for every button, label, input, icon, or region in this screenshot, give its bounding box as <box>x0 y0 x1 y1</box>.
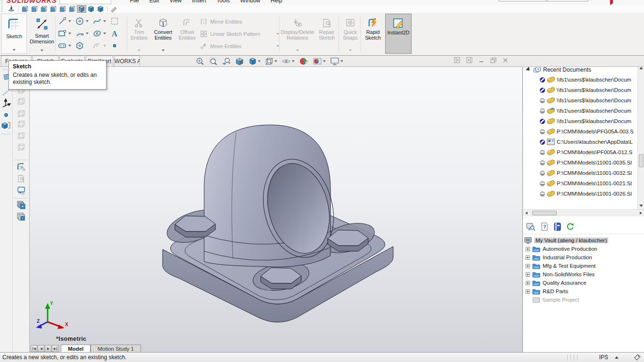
normal-to-icon[interactable] <box>7 5 16 13</box>
scroll-thumb[interactable] <box>639 154 644 167</box>
circle-tool[interactable] <box>74 15 91 27</box>
command-tab[interactable]: SOLIDWORKS Add-Ins <box>114 56 140 66</box>
reference-axis-icon[interactable] <box>2 89 10 96</box>
vault-folder-row[interactable]: Non-SolidWorks Files <box>523 270 644 279</box>
view-right-icon[interactable] <box>49 5 58 13</box>
trim-entities-button[interactable]: Trim Entities <box>128 14 150 54</box>
spline-dropdown-arrow[interactable] <box>103 20 106 22</box>
rapid-sketch-button[interactable]: Rapid Sketch <box>362 14 384 54</box>
fillet-tool[interactable] <box>91 40 109 52</box>
slot-dropdown-arrow[interactable] <box>68 45 71 47</box>
expand-right-pane-icon[interactable] <box>466 57 472 63</box>
tag-icon[interactable] <box>634 354 641 361</box>
menu-item[interactable]: Tools <box>211 0 235 4</box>
reference-point-icon[interactable] <box>3 112 9 118</box>
attach-document-icon[interactable] <box>1 121 11 130</box>
display-preview-icon[interactable] <box>17 186 26 195</box>
file-item[interactable]: P:\CMM\Models\11001-0026.Sl <box>523 189 637 199</box>
vault-folder-row[interactable]: Automotive Production <box>523 245 644 253</box>
circle-dropdown-arrow[interactable] <box>86 20 89 22</box>
display-style-icon[interactable] <box>265 57 277 66</box>
quick-snaps-dropdown-arrow[interactable] <box>349 49 352 51</box>
menu-item[interactable]: Insert <box>187 0 211 4</box>
next-tab-button[interactable] <box>45 345 51 352</box>
coordinate-system-icon[interactable] <box>1 98 11 107</box>
file-list-vertical-scrollbar[interactable] <box>637 65 644 209</box>
view-left-icon[interactable] <box>39 5 49 13</box>
slot-tool[interactable] <box>57 40 74 52</box>
display-delete-relations-button[interactable]: Display/Delete Relations <box>281 14 314 54</box>
apply-scene-icon[interactable] <box>313 57 326 66</box>
view-isometric-icon[interactable] <box>77 5 86 13</box>
edit-sketch-icon[interactable] <box>17 162 26 172</box>
stacked-displaystates-icon[interactable] <box>17 212 26 222</box>
quick-snaps-button[interactable]: Quick Snaps <box>340 14 361 54</box>
ellipse-tool[interactable] <box>91 27 109 40</box>
scroll-right-arrow[interactable] <box>637 212 644 214</box>
view-back-icon[interactable] <box>30 5 39 13</box>
view-cube-4-icon[interactable] <box>17 120 25 128</box>
view-orientation-dropdown-arrow[interactable] <box>258 60 261 62</box>
menu-item[interactable]: Window <box>235 0 265 4</box>
trim-dropdown-arrow[interactable] <box>138 49 140 51</box>
scroll-left-arrow[interactable] <box>523 212 529 214</box>
rectangle-dropdown-arrow[interactable] <box>68 33 71 34</box>
vault-search-icon[interactable] <box>526 222 536 231</box>
sketch-dropdown-arrow[interactable] <box>13 49 16 51</box>
vault-folder-row[interactable]: Quality Assurance <box>523 279 644 287</box>
file-item[interactable]: \\fs1\users$\klaubscher\Docum <box>523 116 637 126</box>
polygon-tool[interactable] <box>74 40 91 52</box>
menu-item[interactable]: Help <box>265 0 288 4</box>
offset-entities-button[interactable]: Offset Entities <box>176 14 198 54</box>
file-item[interactable]: P:\CMM\Models\PFG05A-003.S <box>523 126 637 137</box>
view-top-icon[interactable] <box>58 5 67 13</box>
sketch-button[interactable]: Sketch <box>1 14 27 54</box>
line-dropdown-arrow[interactable] <box>68 20 71 22</box>
vault-folder-row[interactable]: R&D Parts <box>523 287 644 296</box>
knowledge-base-search[interactable] <box>499 0 588 1</box>
restore-icon[interactable] <box>490 58 496 63</box>
scroll-thumb[interactable] <box>532 211 557 215</box>
expand-plus-icon[interactable] <box>526 247 530 251</box>
scroll-down-arrow[interactable] <box>639 205 643 207</box>
view-trimetric-icon[interactable] <box>86 5 96 13</box>
first-tab-button[interactable] <box>31 345 37 352</box>
expand-plus-icon[interactable] <box>526 264 530 268</box>
file-item[interactable]: \\fs1\users$\klaubscher\Docum <box>523 74 637 85</box>
last-tab-button[interactable] <box>52 345 58 352</box>
minimize-icon[interactable] <box>479 58 484 63</box>
rectangle-tool[interactable] <box>57 27 74 40</box>
vault-sample-project-row[interactable]: Sample Project <box>523 296 644 304</box>
file-item[interactable]: P:\CMM\Models\PF005A-012.S <box>523 147 637 157</box>
vault-folder-row[interactable]: Mfg & Test Equipment <box>523 262 644 270</box>
view-cube-5-icon[interactable] <box>17 132 25 140</box>
zoom-to-fit-icon[interactable] <box>196 57 205 66</box>
address-book-icon[interactable] <box>553 222 561 231</box>
display-delete-dropdown-arrow[interactable] <box>296 49 299 51</box>
tab-motion-study-1[interactable]: Motion Study 1 <box>91 345 141 352</box>
close-icon[interactable] <box>503 58 508 63</box>
view-cube-2-icon[interactable] <box>17 97 25 106</box>
view-settings-dropdown-arrow[interactable] <box>340 60 343 62</box>
graphics-viewport[interactable]: Y X Z *Isometric Model Motion Study 1 <box>30 67 522 352</box>
file-item[interactable]: P:\CMM\Models\11001-0021.Sl <box>523 178 637 189</box>
text-tool[interactable]: A <box>109 27 126 40</box>
arc-dropdown-arrow[interactable] <box>86 33 89 34</box>
file-item[interactable]: C:\Users\klaubscher\AppData\L <box>523 137 637 147</box>
expanded-arrow-icon[interactable] <box>526 66 531 72</box>
menu-overflow-icon[interactable] <box>610 0 613 3</box>
mirror-entities-button[interactable]: Mirror Entities <box>200 16 279 28</box>
stacked-configurations-icon[interactable] <box>17 200 26 210</box>
help-icon[interactable]: ? <box>541 222 548 231</box>
apply-scene-dropdown-arrow[interactable] <box>323 60 326 62</box>
line-tool[interactable] <box>57 15 74 27</box>
section-view-icon[interactable] <box>235 57 244 66</box>
menu-item[interactable]: View <box>164 0 187 4</box>
linear-sketch-pattern-button[interactable]: Linear Sketch Pattern <box>200 28 279 40</box>
menu-item[interactable]: File <box>124 0 144 4</box>
file-item[interactable]: P:\CMM\Models\11001-0035.Sl <box>523 157 637 168</box>
point-tool[interactable] <box>109 40 126 52</box>
collapse-left-pane-icon[interactable] <box>454 57 460 63</box>
quick-access-toolbar[interactable] <box>59 0 111 4</box>
vault-root-node[interactable]: My Vault (atieng / klaubscher) <box>523 236 644 245</box>
